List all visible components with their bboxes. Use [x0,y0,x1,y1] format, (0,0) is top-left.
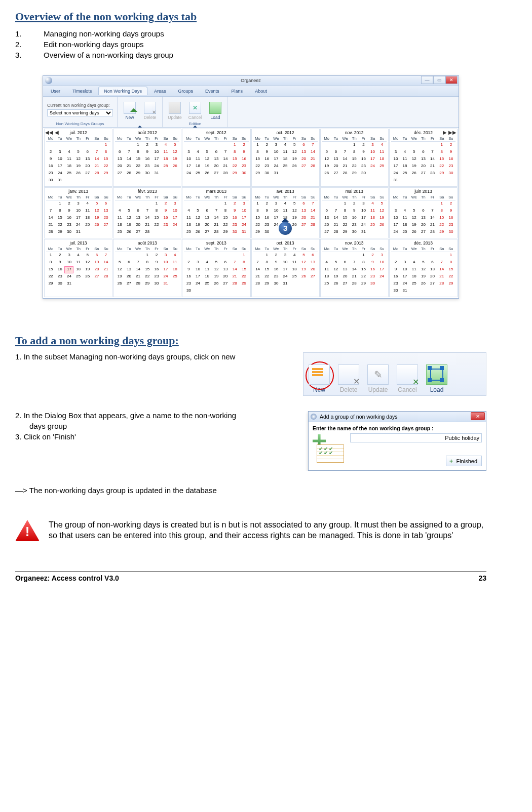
menu-tab-user[interactable]: User [45,87,66,95]
menu-tab-areas[interactable]: Areas [148,87,172,95]
finished-button[interactable]: Finished [446,456,482,466]
step-2-3-block: Add a group of non working days ✕ Enter … [15,411,486,471]
ribbon-group-edition: Update Cancel Load Edition 2 [163,97,228,127]
warning-icon [15,520,40,541]
dialog-icon [311,414,317,420]
titlebar: Organeez — ▭ ✕ [43,76,459,86]
month-avr.-2013[interactable]: avr. 2013MoTuWeThFrSaSu12345678910111213… [251,187,320,238]
menu-tab-plans[interactable]: Plans [226,87,249,95]
footer-page-number: 23 [478,574,486,582]
month-janv.-2013[interactable]: janv. 2013MoTuWeThFrSaSu1234567891011121… [44,187,112,238]
calendar-prev-buttons[interactable]: ◀◀ ◀ [45,130,59,135]
step-1-block: New Delete Update Cancel Load 1. In the … [15,352,486,396]
warning-text: The group of non-working days is created… [49,520,486,541]
overview-item: Edit non-working days groups [15,39,486,50]
ribbon-cancel-button[interactable]: Cancel [187,102,203,120]
app-window: Organeez — ▭ ✕ UserTimeslotsNon Working … [43,75,459,299]
month-nov.-2013[interactable]: nov. 2013MoTuWeThFrSaSu12345678910111213… [320,239,389,297]
month-mars-2013[interactable]: mars 2013MoTuWeThFrSaSu12345678910111213… [182,187,250,238]
month-août-2012[interactable]: août 2012MoTuWeThFrSaSu12345678910111213… [113,129,181,187]
month-sept.-2013[interactable]: sept. 2013MoTuWeThFrSaSu1234567891011121… [182,239,250,297]
ribbon-update-button[interactable]: Update [167,102,183,120]
toolbar-delete-button[interactable]: Delete [338,364,359,393]
menu-bar: UserTimeslotsNon Working DaysAreasGroups… [43,86,459,97]
overview-item: Managing non-working days groups [15,28,486,39]
dialog-close-button[interactable]: ✕ [471,412,485,420]
ribbon: Current non working days group: Select n… [43,97,459,128]
ribbon-new-button[interactable]: New [122,102,138,120]
heading-add-group: To add a non working days group: [15,334,486,347]
footer-left: Organeez: Access control V3.0 [15,574,119,582]
menu-tab-non-working-days[interactable]: Non Working Days [98,87,147,95]
app-logo-icon [45,77,52,84]
menu-tab-events[interactable]: Events [200,87,225,95]
month-juin-2013[interactable]: juin 2013MoTuWeThFrSaSu12345678910111213… [389,187,458,238]
menu-tab-about[interactable]: About [249,87,273,95]
toolbar-update-button[interactable]: Update [367,364,389,393]
window-minimize-button[interactable]: — [421,76,433,84]
callout-3: 3 [279,222,292,235]
dialog-title: Add a group of non working days [320,414,398,420]
ribbon-load-button[interactable]: Load [207,102,223,120]
current-group-label: Current non working days group: [47,103,109,108]
ribbon-group-nwd: Current non working days group: Select n… [43,97,118,127]
toolbar-new-button[interactable]: New [309,364,330,393]
page-footer: Organeez: Access control V3.0 23 [15,572,486,582]
month-juil.-2013[interactable]: juil. 2013MoTuWeThFrSaSu1234567891011121… [44,239,112,297]
window-maximize-button[interactable]: ▭ [433,76,445,84]
menu-tab-groups[interactable]: Groups [173,87,199,95]
calendar-next-buttons[interactable]: ▶ ▶▶ [443,130,457,135]
current-group-select[interactable]: Select non working days [47,109,113,116]
calendar-year-view[interactable]: ◀◀ ◀ ▶ ▶▶ juil. 2012MoTuWeThFrSaSu123456… [43,128,459,298]
toolbar-cancel-button[interactable]: Cancel [397,364,418,393]
ribbon-group-caption: Non Working Days Groups [47,121,113,126]
window-close-button[interactable]: ✕ [445,76,458,84]
month-févr.-2013[interactable]: févr. 2013MoTuWeThFrSaSu1234567891011121… [113,187,181,238]
month-déc.-2013[interactable]: déc. 2013MoTuWeThFrSaSu12345678910111213… [389,239,458,297]
overview-list: Managing non-working days groups Edit no… [15,28,486,60]
group-name-input[interactable] [350,433,482,442]
toolbar-load-button[interactable]: Load [426,364,447,393]
result-text: —> The non-working days group is updated… [15,486,486,495]
dialog-titlebar: Add a group of non working days ✕ [309,412,486,422]
month-mai-2013[interactable]: mai 2013MoTuWeThFrSaSu123456789101112131… [320,187,389,238]
month-oct.-2013[interactable]: oct. 2013MoTuWeThFrSaSu12345678910111213… [251,239,320,297]
dialog-thumbnail-icon [313,433,346,464]
ribbon-group-newdel: New Delete 1 [118,97,163,127]
dialog-prompt: Enter the name of the non working days g… [313,425,482,431]
menu-tab-timeslots[interactable]: Timeslots [67,87,97,95]
app-title: Organeez [241,78,261,83]
warning-block: The group of non-working days is created… [15,520,486,541]
month-oct.-2012[interactable]: oct. 2012MoTuWeThFrSaSu12345678910111213… [251,129,320,187]
heading-overview: Overview of the non working days tab [15,10,486,23]
month-sept.-2012[interactable]: sept. 2012MoTuWeThFrSaSu1234567891011121… [182,129,250,187]
ribbon-delete-button[interactable]: Delete [142,102,158,120]
month-nov.-2012[interactable]: nov. 2012MoTuWeThFrSaSu12345678910111213… [320,129,389,187]
overview-item: Overview of a non-working days group [15,50,486,60]
add-group-dialog: Add a group of non working days ✕ Enter … [308,411,486,471]
month-août-2013[interactable]: août 2013MoTuWeThFrSaSu12345678910111213… [113,239,181,297]
month-déc.-2012[interactable]: déc. 2012MoTuWeThFrSaSu12345678910111213… [389,129,458,187]
month-juil.-2012[interactable]: juil. 2012MoTuWeThFrSaSu1234567891011121… [44,129,112,187]
toolbar-fragment: New Delete Update Cancel Load [303,352,486,396]
